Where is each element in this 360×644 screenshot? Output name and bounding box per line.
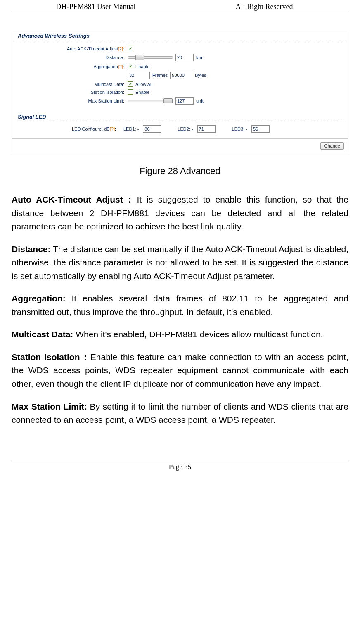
label-max-station: Max Station Limit: — [20, 98, 128, 103]
checkbox-multicast[interactable] — [128, 81, 133, 87]
input-bytes[interactable] — [170, 72, 192, 79]
label-aggregation: Aggregation[?]: — [20, 64, 128, 69]
row-station-isolation: Station Isolation: Enable — [20, 89, 340, 95]
input-frames[interactable] — [128, 72, 150, 79]
label-station-isolation: Station Isolation: — [20, 90, 128, 95]
header-left: DH-PFM881 User Manual — [12, 2, 180, 11]
help-icon[interactable]: [?] — [118, 46, 123, 51]
para-max-station: Max Station Limit: By setting it to limi… — [12, 400, 348, 427]
para-multicast: Multicast Data: When it's enabled, DH-PF… — [12, 328, 348, 341]
help-icon[interactable]: [?] — [110, 126, 115, 131]
para-max-station-title: Max Station Limit: — [12, 402, 90, 411]
input-led2[interactable] — [197, 125, 216, 133]
unit-unit: unit — [196, 98, 204, 103]
frames-label: Frames — [152, 73, 168, 78]
label-distance: Distance: — [20, 55, 128, 60]
para-distance-text: The distance can be set manually if the … — [12, 244, 348, 281]
para-aggregation-title: Aggregation: — [12, 293, 66, 303]
page-footer: Page 35 — [12, 460, 348, 471]
checkbox-aggregation[interactable] — [128, 64, 133, 69]
checkbox-auto-ack[interactable] — [128, 46, 133, 51]
checkbox-station-isolation[interactable] — [128, 89, 133, 95]
slider-thumb-icon[interactable] — [135, 55, 144, 60]
help-icon[interactable]: [?] — [118, 64, 123, 69]
input-led3[interactable] — [251, 125, 270, 133]
change-button[interactable]: Change — [320, 142, 344, 150]
row-aggregation: Aggregation[?]: Enable — [20, 64, 340, 69]
bytes-label: Bytes — [195, 73, 206, 78]
unit-km: km — [196, 55, 202, 60]
para-multicast-title: Multicast Data: — [12, 329, 76, 339]
aggregation-enable-label: Enable — [135, 64, 149, 69]
para-aggregation: Aggregation: It enables several data fra… — [12, 292, 348, 319]
para-station-isolation: Station Isolation：Enable this feature ca… — [12, 351, 348, 391]
row-aggregation-values: Frames Bytes — [20, 72, 340, 79]
input-max-station[interactable] — [175, 97, 194, 105]
row-distance: Distance: km — [20, 54, 340, 61]
row-auto-ack: Auto ACK-Timeout Adjust[?]: — [20, 46, 340, 51]
led2-label: LED2: - — [178, 126, 193, 131]
label-auto-ack: Auto ACK-Timeout Adjust[?]: — [20, 46, 128, 51]
page-header: DH-PFM881 User Manual All Right Reserved — [12, 0, 348, 13]
para-distance-title: Distance: — [12, 244, 51, 254]
input-distance[interactable] — [175, 54, 194, 61]
figure-caption: Figure 28 Advanced — [12, 166, 348, 177]
header-right: All Right Reserved — [180, 2, 348, 11]
label-led-configure: LED Configure, dB[?]: — [20, 126, 119, 131]
para-multicast-text: When it's enabled, DH-PFM881 devices all… — [76, 329, 323, 339]
multicast-allow-label: Allow All — [135, 82, 152, 87]
para-auto-ack: Auto ACK-Timeout Adjust：It is suggested … — [12, 193, 348, 234]
para-distance: Distance: The distance can be set manual… — [12, 243, 348, 283]
slider-thumb-icon[interactable] — [163, 98, 173, 103]
slider-max-station[interactable] — [128, 100, 173, 102]
row-multicast: Multicast Data: Allow All — [20, 81, 340, 87]
station-isolation-enable-label: Enable — [135, 90, 149, 95]
led1-label: LED1: - — [123, 126, 139, 131]
section-advanced-wireless: Advanced Wireless Settings — [14, 30, 346, 40]
input-led1[interactable] — [143, 125, 161, 133]
slider-distance[interactable] — [128, 56, 173, 59]
row-max-station: Max Station Limit: unit — [20, 97, 340, 105]
para-auto-ack-title: Auto ACK-Timeout Adjust： — [12, 195, 137, 204]
label-multicast: Multicast Data: — [20, 82, 128, 87]
settings-screenshot: Advanced Wireless Settings Auto ACK-Time… — [12, 30, 348, 153]
led3-label: LED3: - — [232, 126, 247, 131]
row-led-configure: LED Configure, dB[?]: LED1: - LED2: - LE… — [12, 121, 348, 138]
section-signal-led: Signal LED — [14, 111, 346, 121]
para-station-isolation-title: Station Isolation： — [12, 352, 90, 362]
